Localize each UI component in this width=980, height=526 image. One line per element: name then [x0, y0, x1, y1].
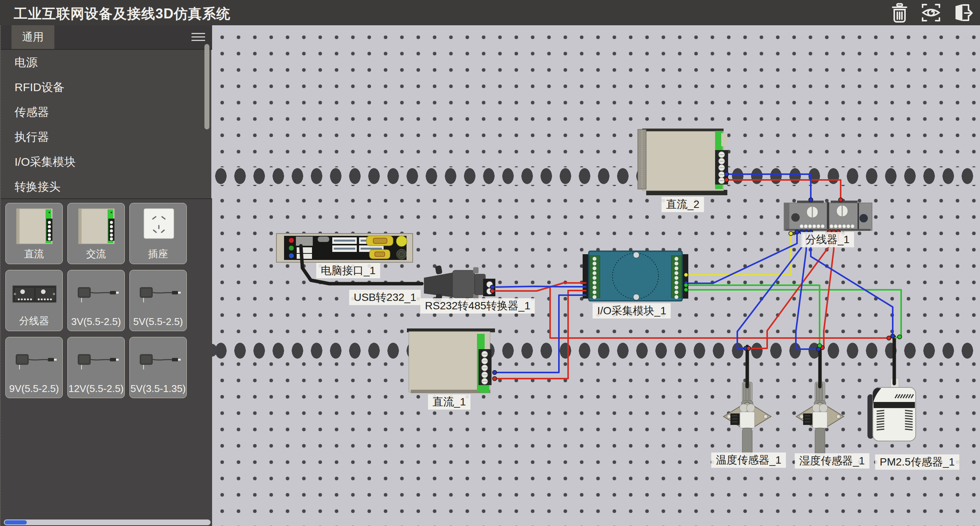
category-menu: 电源RFID设备传感器执行器I/O采集模块转换接头 — [1, 50, 206, 199]
palette-tile-label: 插座 — [130, 247, 186, 261]
palette-tile-label: 5V(5.5-2.5) — [130, 316, 186, 328]
palette-hscrollbar[interactable] — [4, 519, 211, 525]
adapter-thumb-icon — [6, 337, 63, 384]
socket-thumb-icon — [130, 203, 187, 250]
adapter-thumb-icon — [68, 270, 125, 317]
sidebar-item-0[interactable]: 电源 — [1, 50, 206, 75]
palette-tile-3[interactable]: 分线器 — [5, 270, 63, 331]
palette-tile-label: 12V(5.5-2.5) — [68, 383, 124, 395]
adapter-thumb-icon — [130, 337, 187, 384]
eye-scan-icon[interactable] — [920, 2, 942, 23]
device-label-6: 直流_1 — [428, 394, 470, 410]
device-label-7: 温度传感器_1 — [711, 452, 786, 468]
palette-tile-label: 3V(5.5-2.5) — [68, 316, 124, 328]
device-label-9: PM2.5传感器_1 — [875, 454, 959, 470]
palette-hscrollbar-thumb[interactable] — [5, 520, 27, 524]
palette-grid: 直流交流插座分线器3V(5.5-2.5)5V(5.5-2.5)9V(5.5-2.… — [5, 203, 212, 398]
sidebar-item-4[interactable]: I/O采集模块 — [1, 149, 206, 174]
wiring-canvas[interactable]: 电脑接口_1USB转232_1RS232转485转换器_1I/O采集模块_1直流… — [211, 25, 980, 526]
palette-tile-6[interactable]: 9V(5.5-2.5) — [5, 337, 63, 398]
tab-general[interactable]: 通用 — [11, 25, 54, 49]
palette-tile-0[interactable]: 直流 — [5, 203, 63, 264]
device-label-8: 湿度传感器_1 — [795, 453, 869, 469]
app-title: 工业互联网设备及接线3D仿真系统 — [14, 5, 230, 23]
device-label-1: USB转232_1 — [349, 290, 421, 305]
sidebar-item-3[interactable]: 执行器 — [1, 124, 206, 149]
menu-icon[interactable] — [191, 33, 205, 42]
adapter-thumb-icon — [130, 270, 187, 317]
palette-tile-label: 5V(3.5-1.35) — [130, 383, 186, 395]
device-label-0: 电脑接口_1 — [316, 263, 380, 278]
palette-tile-5[interactable]: 5V(5.5-2.5) — [129, 270, 187, 331]
palette-tile-label: 直流 — [6, 247, 62, 261]
palette-tile-label: 分线器 — [6, 314, 62, 328]
device-label-4: 直流_2 — [662, 197, 704, 212]
palette-tile-label: 交流 — [68, 247, 124, 261]
device-label-3: I/O采集模块_1 — [593, 303, 671, 319]
palette-tile-label: 9V(5.5-2.5) — [6, 383, 62, 395]
pegboard-hole-band-bottom — [211, 342, 980, 359]
device-label-5: 分线器_1 — [801, 232, 854, 247]
sidebar-tab-row: 通用 — [1, 25, 212, 50]
sidebar-item-2[interactable]: 传感器 — [1, 100, 206, 124]
toolbar-icons — [889, 2, 973, 23]
palette-tile-2[interactable]: 插座 — [129, 203, 187, 264]
sidebar-item-5[interactable]: 转换接头 — [1, 174, 206, 199]
palette-tile-7[interactable]: 12V(5.5-2.5) — [67, 337, 125, 398]
trash-icon[interactable] — [889, 2, 910, 23]
door-arrow-icon[interactable] — [952, 2, 973, 23]
palette-tile-8[interactable]: 5V(3.5-1.35) — [129, 337, 187, 398]
top-bar: 工业互联网设备及接线3D仿真系统 — [0, 0, 980, 25]
splitter-thumb-icon — [6, 270, 63, 317]
dc-board-thumb-icon — [6, 203, 63, 250]
device-label-2: RS232转485转换器_1 — [420, 298, 535, 314]
palette-tile-4[interactable]: 3V(5.5-2.5) — [67, 270, 125, 331]
pegboard-hole-band-top — [211, 167, 980, 185]
component-sidebar: 通用 电源RFID设备传感器执行器I/O采集模块转换接头 直流交流插座分线器3V… — [0, 25, 211, 526]
dc-board-thumb-icon — [68, 203, 125, 250]
palette-tile-1[interactable]: 交流 — [67, 203, 125, 264]
component-palette: 直流交流插座分线器3V(5.5-2.5)5V(5.5-2.5)9V(5.5-2.… — [1, 198, 212, 526]
adapter-thumb-icon — [68, 337, 125, 384]
sidebar-item-1[interactable]: RFID设备 — [1, 75, 206, 100]
sidebar-scrollbar-thumb[interactable] — [204, 44, 209, 129]
